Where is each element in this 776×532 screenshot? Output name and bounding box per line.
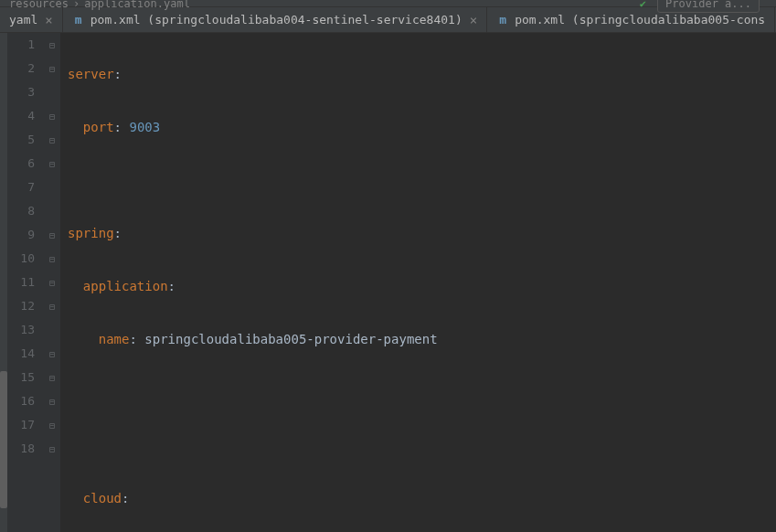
fold-icon[interactable]: ⊟ [44, 152, 60, 176]
tab-label: yaml [9, 13, 37, 27]
line-number: 8 [16, 199, 35, 223]
line-number: 16 [16, 389, 35, 413]
line-number: 5 [16, 128, 35, 152]
fold-icon[interactable]: ⊟ [44, 294, 60, 318]
line-number: 7 [16, 176, 35, 199]
line-number: 2 [16, 57, 35, 80]
line-number: 4 [16, 104, 35, 128]
line-number: 10 [16, 247, 35, 271]
editor-tabs: yaml × m pom.xml (springcloudalibaba004-… [0, 7, 776, 33]
line-number: 6 [16, 152, 35, 176]
code-line[interactable] [68, 380, 769, 404]
fold-gutter: ⊟ ⊟ ⊟ ⊟ ⊟ ⊟ ⊟ ⊟ ⊟ ⊟ ⊟ ⊟ ⊟ ⊟ [44, 33, 60, 532]
left-scrollbar[interactable] [0, 33, 7, 532]
close-icon[interactable]: × [45, 13, 52, 27]
breadcrumb: resources › application.yaml ✔ Provider … [0, 0, 776, 7]
code-line[interactable]: port: 9003 [68, 115, 769, 139]
fold-icon[interactable]: ⊟ [44, 57, 60, 80]
line-number: 11 [16, 271, 35, 294]
fold-icon[interactable]: ⊟ [44, 271, 60, 294]
fold-icon[interactable]: ⊟ [44, 128, 60, 152]
line-number: 15 [16, 366, 35, 389]
tab-pom-004[interactable]: m pom.xml (springcloudalibaba004-sentine… [63, 7, 487, 32]
code-line[interactable] [68, 168, 769, 192]
line-number-gutter: 1 2 3 4 5 6 7 8 9 10 11 12 13 14 15 16 1… [7, 33, 44, 532]
code-editor[interactable]: 1 2 3 4 5 6 7 8 9 10 11 12 13 14 15 16 1… [0, 33, 776, 532]
code-line[interactable]: server: [68, 62, 769, 86]
fold-icon[interactable]: ⊟ [44, 413, 60, 437]
line-number: 12 [16, 294, 35, 318]
tab-label: pom.xml (springcloudalibaba005-cons [515, 13, 765, 27]
close-icon[interactable]: × [470, 13, 477, 27]
fold-icon[interactable]: ⊟ [44, 389, 60, 413]
line-number: 17 [16, 413, 35, 437]
tab-pom-005[interactable]: m pom.xml (springcloudalibaba005-cons [487, 7, 775, 32]
code-line[interactable]: application: [68, 274, 769, 298]
fold-icon[interactable]: ⊟ [44, 437, 60, 461]
fold-icon[interactable]: ⊟ [44, 366, 60, 389]
line-number: 14 [16, 342, 35, 366]
code-content[interactable]: server: port: 9003 spring: application: … [60, 33, 776, 532]
scrollbar-thumb[interactable] [0, 371, 7, 508]
maven-icon: m [496, 14, 509, 27]
code-line[interactable]: cloud: [68, 486, 769, 510]
code-line[interactable] [68, 433, 769, 457]
code-line[interactable]: spring: [68, 221, 769, 245]
line-number: 18 [16, 437, 35, 461]
fold-icon[interactable]: ⊟ [44, 104, 60, 128]
fold-icon[interactable]: ⊟ [44, 33, 60, 57]
line-number: 3 [16, 80, 35, 104]
line-number: 9 [16, 223, 35, 247]
line-number: 13 [16, 318, 35, 342]
tab-label: pom.xml (springcloudalibaba004-sentinel-… [90, 13, 462, 27]
code-line[interactable]: name: springcloudalibaba005-provider-pay… [68, 327, 769, 351]
maven-icon: m [72, 14, 85, 27]
tab-yaml[interactable]: yaml × [0, 7, 63, 32]
fold-icon[interactable]: ⊟ [44, 223, 60, 247]
fold-icon[interactable]: ⊟ [44, 342, 60, 366]
fold-icon[interactable]: ⊟ [44, 247, 60, 271]
line-number: 1 [16, 33, 35, 57]
